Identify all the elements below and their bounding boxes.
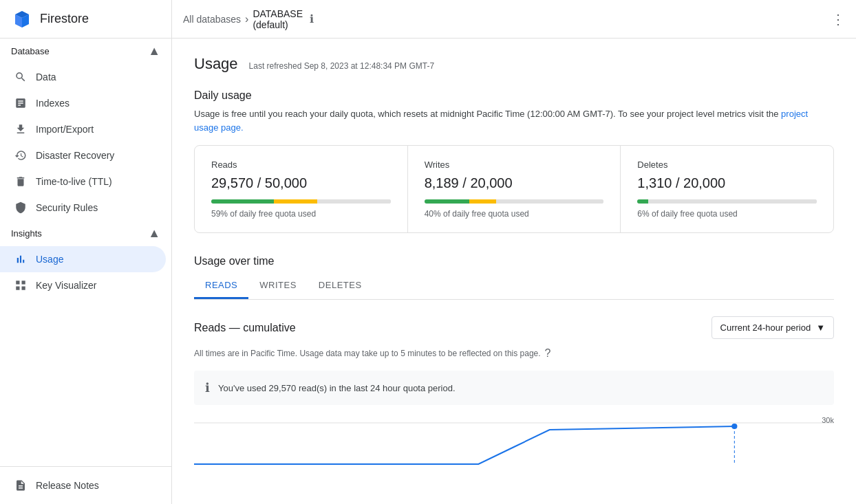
deletes-progress xyxy=(637,199,817,204)
chart-area: 30k xyxy=(194,416,834,471)
history-icon xyxy=(14,149,28,162)
writes-value: 8,189 / 20,000 xyxy=(425,175,604,191)
writes-label: Writes xyxy=(425,160,604,170)
daily-usage-desc: Usage is free until you reach your daily… xyxy=(194,107,834,134)
sidebar-item-usage[interactable]: Usage xyxy=(0,246,166,272)
chart-title: Reads — cumulative xyxy=(194,322,296,334)
sidebar-item-release-notes[interactable]: Release Notes xyxy=(0,472,166,498)
insights-chevron-icon: ▲ xyxy=(148,226,160,241)
writes-card: Writes 8,189 / 20,000 40% of daily free … xyxy=(408,146,621,232)
sidebar-item-data-label: Data xyxy=(36,72,56,83)
sidebar-item-import-export-label: Import/Export xyxy=(36,124,94,135)
chart-svg xyxy=(194,416,834,471)
sidebar-item-ttl[interactable]: Time-to-live (TTL) xyxy=(0,168,166,195)
upload-icon xyxy=(14,123,28,135)
database-section-header[interactable]: Database ▲ xyxy=(0,39,171,64)
page-content: Usage Last refreshed Sep 8, 2023 at 12:4… xyxy=(172,39,856,504)
sidebar-item-usage-label: Usage xyxy=(36,254,63,265)
info-banner-icon: ℹ xyxy=(205,380,210,395)
sidebar-nav: Database ▲ Data Indexes Import/Export xyxy=(0,39,171,466)
breadcrumb-current-db: DATABASE (default) xyxy=(253,8,303,30)
deletes-progress-green xyxy=(637,199,648,204)
main-content: All databases › DATABASE (default) ℹ ⋮ U… xyxy=(172,0,856,504)
reads-progress xyxy=(211,199,391,204)
more-options-icon[interactable]: ⋮ xyxy=(831,11,845,28)
sidebar-item-data[interactable]: Data xyxy=(0,64,166,90)
sidebar-item-security-rules[interactable]: Security Rules xyxy=(0,195,166,221)
breadcrumb: All databases › DATABASE (default) ℹ xyxy=(183,8,314,30)
page-title: Usage xyxy=(194,55,238,73)
database-chevron-icon: ▲ xyxy=(148,44,160,58)
reads-card: Reads 29,570 / 50,000 59% of daily free … xyxy=(195,146,408,232)
writes-progress-yellow xyxy=(469,199,496,204)
deletes-card: Deletes 1,310 / 20,000 6% of daily free … xyxy=(621,146,833,232)
chart-section: Reads — cumulative Current 24-hour perio… xyxy=(194,300,834,471)
writes-progress-gray xyxy=(496,199,603,204)
grid-icon xyxy=(14,279,28,292)
reads-progress-gray xyxy=(317,199,391,204)
sidebar-item-release-notes-label: Release Notes xyxy=(36,480,99,491)
tab-deletes[interactable]: DELETES xyxy=(308,273,373,299)
chart-y-label: 30k xyxy=(822,416,834,424)
sidebar-item-security-rules-label: Security Rules xyxy=(36,202,98,213)
sidebar-item-key-visualizer[interactable]: Key Visualizer xyxy=(0,272,166,298)
period-selector-label: Current 24-hour period xyxy=(720,322,811,333)
info-banner-text: You've used 29,570 read(s) in the last 2… xyxy=(218,383,456,393)
reads-quota-label: 59% of daily free quota used xyxy=(211,209,391,219)
daily-usage-title: Daily usage xyxy=(194,89,834,102)
tab-writes[interactable]: WRITES xyxy=(248,273,308,299)
sidebar-item-indexes[interactable]: Indexes xyxy=(0,90,166,116)
usage-tabs: READS WRITES DELETES xyxy=(194,273,834,300)
chart-header: Reads — cumulative Current 24-hour perio… xyxy=(194,316,834,339)
insights-section-header[interactable]: Insights ▲ xyxy=(0,221,171,246)
trash-icon xyxy=(14,175,28,188)
sidebar-item-key-visualizer-label: Key Visualizer xyxy=(36,280,96,291)
topbar: All databases › DATABASE (default) ℹ ⋮ xyxy=(172,0,856,39)
sidebar-item-ttl-label: Time-to-live (TTL) xyxy=(36,176,112,187)
insights-section-label: Insights xyxy=(11,228,42,239)
sidebar-item-disaster-recovery[interactable]: Disaster Recovery xyxy=(0,142,166,168)
tab-reads[interactable]: READS xyxy=(194,273,248,299)
writes-quota-label: 40% of daily free quota used xyxy=(425,209,604,219)
database-section-label: Database xyxy=(11,46,50,56)
app-logo xyxy=(11,8,33,30)
breadcrumb-chevron-icon: › xyxy=(245,13,248,25)
usage-over-time-title: Usage over time xyxy=(194,255,834,267)
deletes-quota-label: 6% of daily free quota used xyxy=(637,209,817,219)
help-icon[interactable]: ? xyxy=(545,347,551,360)
sidebar-footer: Release Notes xyxy=(0,466,171,504)
shield-icon xyxy=(14,201,28,214)
sidebar: Firestore Database ▲ Data Indexes Import… xyxy=(0,0,172,504)
app-title: Firestore xyxy=(40,12,89,26)
dropdown-arrow-icon: ▼ xyxy=(816,322,825,333)
page-header: Usage Last refreshed Sep 8, 2023 at 12:4… xyxy=(194,55,834,73)
period-selector-button[interactable]: Current 24-hour period ▼ xyxy=(711,316,834,339)
breadcrumb-all-databases[interactable]: All databases xyxy=(183,14,241,25)
deletes-label: Deletes xyxy=(637,160,817,170)
index-icon xyxy=(14,97,28,109)
info-icon[interactable]: ℹ xyxy=(310,12,314,25)
chart-subtitle-text: All times are in Pacific Time. Usage dat… xyxy=(194,349,541,358)
deletes-progress-gray xyxy=(648,199,817,204)
writes-progress xyxy=(425,199,604,204)
reads-value: 29,570 / 50,000 xyxy=(211,175,391,191)
info-banner: ℹ You've used 29,570 read(s) in the last… xyxy=(194,371,834,405)
usage-cards: Reads 29,570 / 50,000 59% of daily free … xyxy=(194,145,834,233)
sidebar-header: Firestore xyxy=(0,0,171,39)
deletes-value: 1,310 / 20,000 xyxy=(637,175,817,191)
sidebar-item-indexes-label: Indexes xyxy=(36,98,69,109)
writes-progress-green xyxy=(425,199,469,204)
reads-progress-yellow xyxy=(274,199,317,204)
bar-chart-icon xyxy=(14,253,28,265)
search-icon xyxy=(14,71,28,83)
notes-icon xyxy=(14,479,28,492)
last-refreshed: Last refreshed Sep 8, 2023 at 12:48:34 P… xyxy=(249,61,435,71)
chart-subtitle: All times are in Pacific Time. Usage dat… xyxy=(194,347,834,360)
reads-label: Reads xyxy=(211,160,391,170)
sidebar-item-import-export[interactable]: Import/Export xyxy=(0,116,166,142)
reads-progress-green xyxy=(211,199,274,204)
sidebar-item-disaster-recovery-label: Disaster Recovery xyxy=(36,150,114,161)
